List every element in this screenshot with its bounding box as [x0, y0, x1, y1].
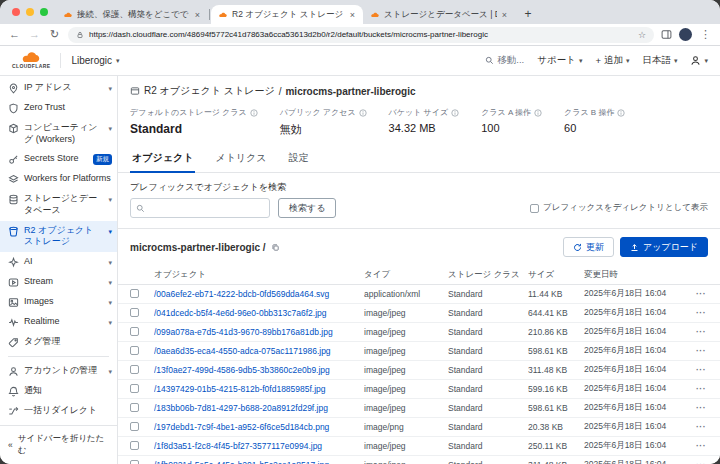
sidebar-item-account-management[interactable]: アカウントの管理▾: [0, 361, 117, 381]
row-menu-button[interactable]: ···: [688, 441, 714, 451]
object-link[interactable]: /00a6efe2-eb71-4222-bdcb-0fd569dda464.sv…: [154, 289, 329, 299]
plus-icon: +: [595, 55, 601, 66]
size-cell: 20.38 KB: [528, 422, 584, 432]
browser-tab-3[interactable]: ストレージとデータベース | D1 ... ×: [363, 5, 515, 24]
new-tab-button[interactable]: +: [520, 6, 536, 22]
copy-icon[interactable]: [271, 243, 280, 252]
row-checkbox[interactable]: [130, 308, 139, 317]
row-menu-button[interactable]: ···: [688, 289, 714, 299]
close-tab-icon[interactable]: ×: [194, 10, 201, 20]
sidebar-item-ip-addresses[interactable]: IP アドレス▾: [0, 78, 117, 98]
new-badge: 新規: [93, 154, 112, 164]
zoom-window-button[interactable]: [40, 8, 48, 16]
browser-profile-avatar[interactable]: [679, 28, 692, 41]
person-icon: [8, 366, 19, 377]
add-label: 追加: [604, 54, 623, 67]
breadcrumb-separator: /: [279, 86, 282, 97]
upload-icon: [630, 243, 639, 252]
row-checkbox[interactable]: [130, 384, 139, 393]
row-menu-button[interactable]: ···: [688, 403, 714, 413]
sidebar-item-r2-object-storage[interactable]: R2 オブジェクト ストレージ▾: [0, 221, 117, 252]
back-button[interactable]: ←: [8, 29, 21, 40]
close-tab-icon[interactable]: ×: [349, 10, 356, 20]
tab-metrics[interactable]: メトリクス: [213, 146, 268, 172]
side-panel-icon[interactable]: [661, 29, 672, 40]
prefix-directory-checkbox[interactable]: [530, 204, 539, 213]
cloudflare-logo[interactable]: CLOUDFLARE: [12, 52, 50, 69]
url-text: https://dash.cloudflare.com/48694f5772c4…: [89, 30, 633, 39]
add-menu[interactable]: + 追加 ▾: [595, 54, 629, 67]
collapse-sidebar-button[interactable]: « サイドバーを折りたたむ: [0, 425, 117, 464]
row-menu-button[interactable]: ···: [688, 460, 714, 464]
close-window-button[interactable]: [12, 8, 20, 16]
object-link[interactable]: /1f8d3a51-f2c8-4f45-bf27-3577117e0994.jp…: [154, 441, 322, 451]
row-menu-button[interactable]: ···: [688, 384, 714, 394]
row-checkbox[interactable]: [130, 441, 139, 450]
search-button[interactable]: 検索する: [278, 198, 336, 218]
browser-tab-2-active[interactable]: R2 オブジェクト ストレージ | L... ×: [211, 5, 363, 24]
object-link[interactable]: /13f0ae27-499d-4586-9db5-3b3860c2e0b9.jp…: [154, 365, 330, 375]
sidebar-item-label: Zero Trust: [24, 102, 112, 114]
row-menu-button[interactable]: ···: [688, 422, 714, 432]
address-bar[interactable]: https://dash.cloudflare.com/48694f5772c4…: [68, 27, 654, 43]
row-menu-button[interactable]: ···: [688, 327, 714, 337]
object-link[interactable]: /197debd1-7c9f-4be1-a952-6f6ce5d184cb.pn…: [154, 422, 329, 432]
support-menu[interactable]: サポート ▾: [537, 54, 582, 67]
bucket-toolbar: microcms-partner-liberogic / 更新 アップロード: [118, 229, 720, 265]
chevron-down-icon: ▾: [108, 258, 112, 267]
bucket-path: microcms-partner-liberogic /: [130, 242, 280, 253]
modified-cell: 2025年6月18日 16:04: [584, 402, 688, 414]
tab-objects[interactable]: オブジェクト: [130, 146, 195, 173]
tab-settings[interactable]: 設定: [287, 146, 311, 172]
object-table-body: /00a6efe2-eb71-4222-bdcb-0fd569dda464.sv…: [118, 285, 720, 464]
upload-button[interactable]: アップロード: [620, 237, 708, 257]
column-header: サイズ: [528, 269, 584, 281]
sidebar-item-workers-for-platforms[interactable]: Workers for Platforms: [0, 169, 117, 189]
object-link[interactable]: /041dcedc-b5f4-4e6d-96e0-0bb313c7a6f2.jp…: [154, 308, 327, 318]
row-checkbox[interactable]: [130, 327, 139, 336]
prefix-search-input[interactable]: [149, 203, 264, 213]
sidebar-item-bulk-redirects[interactable]: 一括リダイレクト: [0, 401, 117, 421]
reload-button[interactable]: ↻: [48, 29, 61, 40]
refresh-button[interactable]: 更新: [563, 237, 614, 257]
user-menu[interactable]: ▾: [690, 55, 708, 66]
row-menu-button[interactable]: ···: [688, 365, 714, 375]
row-checkbox[interactable]: [130, 346, 139, 355]
tab-title: ストレージとデータベース | D1 ...: [384, 9, 497, 21]
row-menu-button[interactable]: ···: [688, 308, 714, 318]
sidebar-item-stream[interactable]: Stream▾: [0, 272, 117, 292]
sidebar-item-secrets-store[interactable]: Secrets Store新規: [0, 149, 117, 169]
language-menu[interactable]: 日本語 ▾: [642, 54, 677, 67]
account-switcher[interactable]: Liberogic ▾: [71, 55, 119, 66]
row-checkbox[interactable]: [130, 422, 139, 431]
sidebar-item-ai[interactable]: AI▾: [0, 252, 117, 272]
browser-menu-button[interactable]: ⋮: [699, 29, 712, 40]
object-link[interactable]: /183bb06b-7d81-4297-b688-20a8912fd29f.jp…: [154, 403, 328, 413]
row-menu-button[interactable]: ···: [688, 346, 714, 356]
sidebar-item-realtime[interactable]: Realtime▾: [0, 312, 117, 332]
bookmark-star-icon[interactable]: ☆: [638, 30, 646, 40]
close-tab-icon[interactable]: ×: [501, 10, 508, 20]
sidebar-item-zero-trust[interactable]: Zero Trust: [0, 98, 117, 118]
object-link[interactable]: /14397429-01b5-4215-812b-f0fd1885985f.jp…: [154, 384, 326, 394]
breadcrumb-section-link[interactable]: R2 オブジェクト ストレージ: [144, 84, 275, 98]
prefix-directory-toggle[interactable]: プレフィックスをディレクトリとして表示: [530, 202, 708, 218]
object-link[interactable]: /099a078a-e7d5-41d3-9670-89bb176a81db.jp…: [154, 327, 333, 337]
sidebar-item-images[interactable]: Images▾: [0, 292, 117, 312]
row-checkbox[interactable]: [130, 403, 139, 412]
object-type-cell: image/jpeg: [364, 384, 448, 394]
sidebar-item-storage-databases[interactable]: ストレージとデータベース▾: [0, 189, 117, 220]
minimize-window-button[interactable]: [26, 8, 34, 16]
browser-tab-1[interactable]: 接続、保護、構築をどこででも... ×: [56, 5, 208, 24]
cloudflare-favicon: [370, 10, 380, 20]
row-checkbox[interactable]: [130, 365, 139, 374]
sidebar-item-notifications[interactable]: 通知: [0, 381, 117, 401]
row-checkbox[interactable]: [130, 460, 139, 464]
row-checkbox[interactable]: [130, 289, 139, 298]
global-search[interactable]: 移動...: [485, 54, 524, 67]
forward-button[interactable]: →: [28, 29, 41, 40]
sidebar-item-compute-workers[interactable]: コンピューティング (Workers)▾: [0, 118, 117, 149]
object-link[interactable]: /0aea6d35-eca4-4550-adca-075ac1171986.jp…: [154, 346, 331, 356]
sidebar-item-tag-management[interactable]: タグ管理: [0, 332, 117, 352]
object-link[interactable]: /1fb9821d-5e5c-445a-b201-b5c2ce1a8517.jp…: [154, 460, 329, 464]
